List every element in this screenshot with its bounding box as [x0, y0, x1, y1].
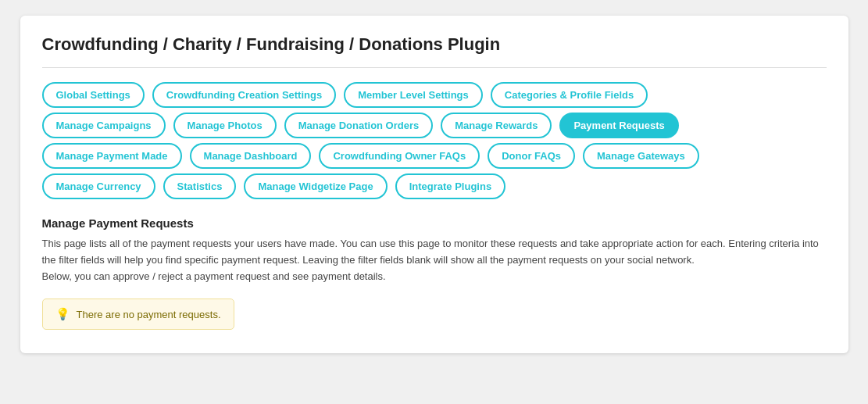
nav-button-crowdfunding-owner-faqs[interactable]: Crowdfunding Owner FAQs — [319, 143, 480, 169]
nav-row-4: Manage CurrencyStatisticsManage Widgetiz… — [42, 173, 827, 199]
section-title: Manage Payment Requests — [42, 216, 827, 230]
nav-row-2: Manage CampaignsManage PhotosManage Dona… — [42, 113, 827, 138]
nav-button-manage-gateways[interactable]: Manage Gateways — [583, 143, 699, 169]
nav-button-payment-requests[interactable]: Payment Requests — [559, 113, 678, 138]
nav-button-statistics[interactable]: Statistics — [163, 173, 237, 199]
nav-row-1: Global SettingsCrowdfunding Creation Set… — [42, 82, 827, 108]
nav-button-crowdfunding-creation-settings[interactable]: Crowdfunding Creation Settings — [152, 82, 336, 108]
section-description-1: This page lists all of the payment reque… — [42, 236, 827, 284]
nav-button-manage-campaigns[interactable]: Manage Campaigns — [42, 113, 166, 138]
nav-button-donor-faqs[interactable]: Donor FAQs — [488, 143, 575, 169]
nav-button-integrate-plugins[interactable]: Integrate Plugins — [395, 173, 505, 199]
main-card: Crowdfunding / Charity / Fundraising / D… — [20, 16, 848, 353]
nav-button-manage-dashboard[interactable]: Manage Dashboard — [190, 143, 312, 169]
nav-button-categories--profile-fields[interactable]: Categories & Profile Fields — [491, 82, 648, 108]
nav-row-3: Manage Payment MadeManage DashboardCrowd… — [42, 143, 827, 169]
nav-button-member-level-settings[interactable]: Member Level Settings — [344, 82, 483, 108]
nav-button-manage-donation-orders[interactable]: Manage Donation Orders — [284, 113, 434, 138]
info-message: There are no payment requests. — [77, 309, 221, 320]
nav-button-manage-payment-made[interactable]: Manage Payment Made — [42, 143, 182, 169]
divider — [42, 67, 827, 68]
nav-button-global-settings[interactable]: Global Settings — [42, 82, 145, 108]
bulb-icon: 💡 — [55, 307, 70, 321]
nav-button-manage-currency[interactable]: Manage Currency — [42, 173, 155, 199]
info-box: 💡 There are no payment requests. — [42, 299, 234, 330]
nav-button-manage-rewards[interactable]: Manage Rewards — [441, 113, 552, 138]
nav-button-manage-widgetize-page[interactable]: Manage Widgetize Page — [244, 173, 387, 199]
nav-button-manage-photos[interactable]: Manage Photos — [173, 113, 277, 138]
page-title: Crowdfunding / Charity / Fundraising / D… — [42, 34, 827, 55]
